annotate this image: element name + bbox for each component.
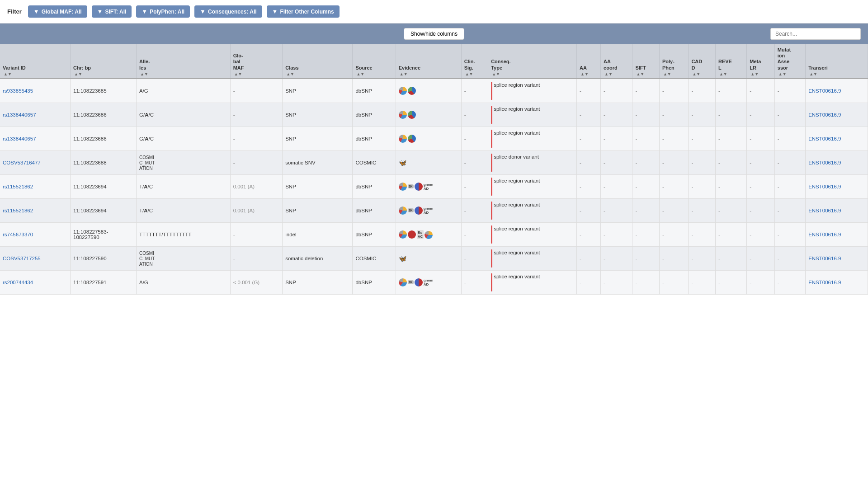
cell-chr-bp: 11:108227583-108227590 xyxy=(70,222,136,246)
population-icon xyxy=(408,111,416,119)
conseq-text: splice region variant xyxy=(494,82,540,89)
col-transcript[interactable]: Transcri ▲▼ xyxy=(806,44,868,79)
transcript-link[interactable]: ENST00616.9 xyxy=(808,88,841,94)
cell-class: SNP xyxy=(283,103,353,127)
cell-mutation-assessor: - xyxy=(774,127,805,150)
variant-id-link[interactable]: COSV53716477 xyxy=(3,160,41,165)
conseq-text: splice region variant xyxy=(494,202,540,208)
sort-icon-class: ▲▼ xyxy=(286,72,294,76)
col-alleles[interactable]: Alle-les ▲▼ xyxy=(136,44,230,79)
cell-source: dbSNP xyxy=(353,103,396,127)
col-variant-id[interactable]: Variant ID ▲▼ xyxy=(0,44,70,79)
cell-clin-sig: - xyxy=(461,150,488,174)
cell-variant-id: rs115521862 xyxy=(0,198,70,222)
cell-revel: - xyxy=(715,127,746,150)
cell-evidence xyxy=(396,79,461,103)
gnomad-label: gnomAD xyxy=(424,278,434,286)
col-class[interactable]: Class ▲▼ xyxy=(283,44,353,79)
population-icon xyxy=(415,278,423,286)
cell-poly-phen: - xyxy=(659,79,688,103)
variant-id-link[interactable]: rs745673370 xyxy=(3,232,33,237)
cell-aa-coord: - xyxy=(601,127,632,150)
cell-sift: - xyxy=(632,246,660,270)
transcript-link[interactable]: ENST00616.9 xyxy=(808,112,841,117)
variant-id-link[interactable]: rs115521862 xyxy=(3,208,33,213)
population-icon xyxy=(408,135,416,143)
gnomad-label: gnomAD xyxy=(424,206,434,215)
col-meta-lr[interactable]: MetaLR ▲▼ xyxy=(747,44,774,79)
col-revel[interactable]: REVEL ▲▼ xyxy=(715,44,746,79)
sort-icon-revel: ▲▼ xyxy=(719,72,727,76)
pie-chart-icon-2 xyxy=(425,231,433,239)
cell-revel: - xyxy=(715,198,746,222)
variant-id-link[interactable]: rs1338440657 xyxy=(3,136,36,141)
variant-id-link[interactable]: rs200744434 xyxy=(3,280,33,285)
cell-clin-sig: - xyxy=(461,198,488,222)
conseq-bar xyxy=(491,249,492,267)
cell-variant-id: COSV53716477 xyxy=(0,150,70,174)
variant-id-link[interactable]: rs933855435 xyxy=(3,88,33,94)
cell-meta-lr: - xyxy=(747,198,774,222)
cell-mutation-assessor: - xyxy=(774,246,805,270)
cell-meta-lr: - xyxy=(747,222,774,246)
col-aa[interactable]: AA ▲▼ xyxy=(577,44,601,79)
table-toolbar: Show/hide columns xyxy=(0,23,868,44)
cell-meta-lr: - xyxy=(747,246,774,270)
col-sift[interactable]: SIFT ▲▼ xyxy=(632,44,660,79)
cell-aa: - xyxy=(577,246,601,270)
cell-cadd: - xyxy=(689,103,716,127)
conseq-bar xyxy=(491,225,492,244)
filter-other-columns-button[interactable]: ▼ Filter Other Columns xyxy=(267,5,340,18)
cell-transcript: ENST00616.9 xyxy=(806,222,868,246)
transcript-link[interactable]: ENST00616.9 xyxy=(808,280,841,285)
cell-global-maf: 0.001 (A) xyxy=(230,198,282,222)
cell-cadd: - xyxy=(689,222,716,246)
cell-poly-phen: - xyxy=(659,246,688,270)
col-source[interactable]: Source ▲▼ xyxy=(353,44,396,79)
col-aa-coord[interactable]: AAcoord ▲▼ xyxy=(601,44,632,79)
consequences-filter-button[interactable]: ▼ Consequences: All xyxy=(194,5,262,18)
evidence-icons xyxy=(399,87,435,95)
cell-class: SNP xyxy=(283,127,353,150)
transcript-link[interactable]: ENST00616.9 xyxy=(808,256,841,261)
transcript-link[interactable]: ENST00616.9 xyxy=(808,232,841,237)
cell-meta-lr: - xyxy=(747,150,774,174)
col-mutation-assessor[interactable]: MutationAssessor ▲▼ xyxy=(774,44,805,79)
cell-global-maf: - xyxy=(230,103,282,127)
sort-icon-poly-phen: ▲▼ xyxy=(663,72,671,76)
cell-alleles: A/G xyxy=(136,270,230,294)
show-hide-columns-button[interactable]: Show/hide columns xyxy=(404,28,464,40)
col-evidence[interactable]: Evidence ▲▼ xyxy=(396,44,461,79)
conseq-bar xyxy=(491,154,492,172)
col-conseq-type[interactable]: Conseq.Type ▲▼ xyxy=(488,44,577,79)
cell-alleles: G/A/C xyxy=(136,103,230,127)
cell-transcript: ENST00616.9 xyxy=(806,150,868,174)
col-clin-sig[interactable]: Clin.Sig. ▲▼ xyxy=(461,44,488,79)
cell-chr-bp: 11:108223694 xyxy=(70,198,136,222)
transcript-link[interactable]: ENST00616.9 xyxy=(808,160,841,165)
col-cadd[interactable]: CADD ▲▼ xyxy=(689,44,716,79)
transcript-link[interactable]: ENST00616.9 xyxy=(808,136,841,141)
table-row: rs115521862 11:108223694 T/A/C 0.001 (A)… xyxy=(0,198,868,222)
transcript-link[interactable]: ENST00616.9 xyxy=(808,184,841,189)
cell-evidence xyxy=(396,103,461,127)
polyphen-filter-button[interactable]: ▼ PolyPhen: All xyxy=(136,5,190,18)
cell-mutation-assessor: - xyxy=(774,79,805,103)
transcript-link[interactable]: ENST00616.9 xyxy=(808,208,841,213)
variant-id-link[interactable]: COSV53717255 xyxy=(3,256,41,261)
search-input[interactable] xyxy=(770,28,861,40)
cell-clin-sig: - xyxy=(461,103,488,127)
population-icon xyxy=(415,206,423,215)
variant-id-link[interactable]: rs115521862 xyxy=(3,184,33,189)
col-global-maf[interactable]: Glo-balMAF ▲▼ xyxy=(230,44,282,79)
cell-transcript: ENST00616.9 xyxy=(806,174,868,198)
col-chr-bp[interactable]: Chr: bp ▲▼ xyxy=(70,44,136,79)
sift-filter-button[interactable]: ▼ SIFT: All xyxy=(92,5,132,18)
col-poly-phen[interactable]: Poly-Phen ▲▼ xyxy=(659,44,688,79)
cell-mutation-assessor: - xyxy=(774,150,805,174)
evidence-icons: 🦋 xyxy=(399,255,435,262)
global-maf-filter-button[interactable]: ▼ Global MAF: All xyxy=(28,5,87,18)
conseq-bar xyxy=(491,130,492,148)
variant-id-link[interactable]: rs1338440657 xyxy=(3,112,36,117)
cell-variant-id: rs745673370 xyxy=(0,222,70,246)
